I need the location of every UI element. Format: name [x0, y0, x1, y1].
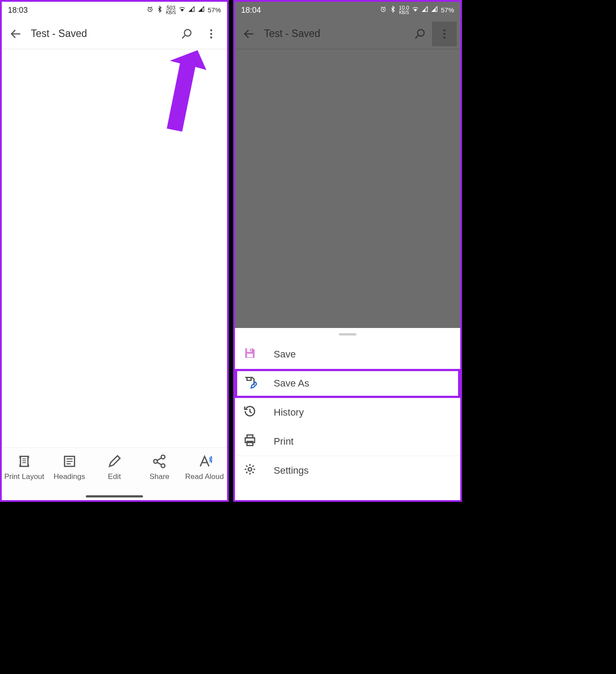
- alarm-icon: [147, 6, 154, 14]
- back-button[interactable]: [238, 27, 260, 41]
- bluetooth-icon: [156, 6, 163, 14]
- svg-point-13: [444, 33, 446, 35]
- app-bar: Test - Saved: [2, 18, 227, 49]
- menu-save-as[interactable]: Save As: [235, 369, 460, 398]
- back-button[interactable]: [5, 27, 26, 41]
- alarm-icon: [380, 6, 387, 14]
- bottom-toolbar: Print Layout Headings Edit Share Read Al…: [2, 447, 227, 500]
- svg-point-9: [161, 464, 165, 468]
- phone-screenshot-right: 18:04 10.0KB/S 57% Test - Saved: [233, 0, 462, 502]
- menu-settings[interactable]: Settings: [235, 456, 460, 485]
- svg-point-14: [444, 36, 446, 38]
- print-layout-button[interactable]: Print Layout: [4, 454, 45, 481]
- print-layout-label: Print Layout: [4, 472, 44, 481]
- app-bar: Test - Saved: [235, 18, 460, 49]
- svg-rect-16: [250, 349, 251, 351]
- menu-save[interactable]: Save: [235, 340, 460, 369]
- status-right: 10.0KB/S 57%: [380, 6, 454, 15]
- search-button[interactable]: [407, 22, 432, 46]
- signal-icon-1: [422, 6, 429, 14]
- more-button[interactable]: [432, 22, 457, 46]
- svg-point-3: [210, 33, 213, 35]
- menu-print[interactable]: Print: [235, 427, 460, 456]
- share-label: Share: [150, 472, 169, 481]
- network-speed: 503KB/S: [166, 6, 176, 15]
- document-title: Test - Saved: [26, 28, 174, 40]
- svg-rect-5: [21, 457, 28, 467]
- svg-point-8: [161, 455, 165, 459]
- svg-point-21: [248, 468, 252, 471]
- read-aloud-button[interactable]: Read Aloud: [183, 454, 225, 481]
- edit-label: Edit: [108, 472, 121, 481]
- svg-point-2: [210, 29, 213, 31]
- save-icon: [243, 346, 257, 363]
- signal-icon-1: [188, 6, 195, 14]
- svg-point-4: [210, 36, 213, 38]
- menu-history[interactable]: History: [235, 398, 460, 427]
- signal-icon-2: [431, 6, 438, 14]
- settings-icon: [243, 462, 257, 479]
- document-title: Test - Saved: [260, 28, 407, 40]
- bluetooth-icon: [389, 6, 396, 14]
- more-button[interactable]: [199, 22, 224, 46]
- battery-text: 57%: [208, 6, 221, 14]
- print-icon: [243, 433, 257, 450]
- menu-save-label: Save: [274, 349, 296, 360]
- status-bar: 18:03 503KB/S 57%: [2, 2, 227, 18]
- status-time: 18:03: [8, 6, 28, 15]
- share-button[interactable]: Share: [139, 454, 180, 481]
- annotation-arrow: [129, 46, 213, 134]
- network-speed: 10.0KB/S: [399, 6, 409, 15]
- menu-save-as-label: Save As: [274, 378, 309, 389]
- svg-point-1: [184, 29, 191, 36]
- nav-handle[interactable]: [319, 495, 376, 497]
- status-time: 18:04: [241, 6, 261, 15]
- wifi-icon: [179, 6, 186, 14]
- svg-point-12: [444, 29, 446, 31]
- history-icon: [243, 404, 257, 421]
- menu-print-label: Print: [274, 436, 293, 447]
- svg-point-7: [154, 460, 158, 464]
- read-aloud-label: Read Aloud: [185, 472, 224, 481]
- headings-label: Headings: [54, 472, 85, 481]
- edit-button[interactable]: Edit: [93, 454, 135, 481]
- menu-history-label: History: [274, 407, 304, 418]
- menu-settings-label: Settings: [274, 465, 309, 476]
- headings-button[interactable]: Headings: [48, 454, 90, 481]
- nav-handle[interactable]: [86, 495, 143, 497]
- search-button[interactable]: [174, 22, 199, 46]
- overflow-menu-sheet: Save Save As History Print Settings: [235, 328, 460, 500]
- svg-rect-17: [247, 354, 253, 357]
- wifi-icon: [412, 6, 419, 14]
- status-bar: 18:04 10.0KB/S 57%: [235, 2, 460, 18]
- phone-screenshot-left: 18:03 503KB/S 57% Test - Saved Print Lay: [0, 0, 229, 502]
- save-as-icon: [243, 375, 257, 392]
- status-right: 503KB/S 57%: [147, 6, 221, 15]
- battery-text: 57%: [441, 6, 454, 14]
- svg-point-11: [418, 29, 424, 36]
- sheet-grab-handle[interactable]: [339, 333, 356, 335]
- signal-icon-2: [198, 6, 205, 14]
